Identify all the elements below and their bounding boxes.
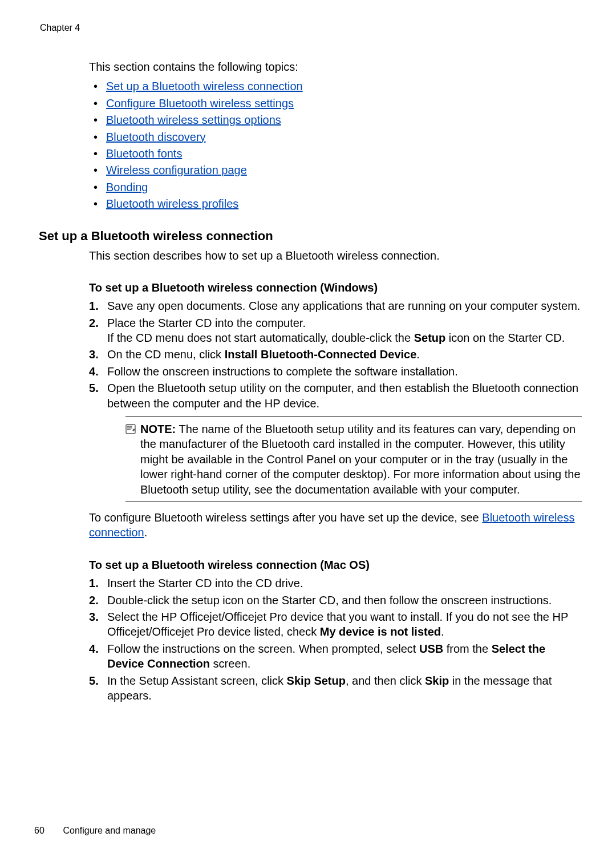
step-text: screen.	[210, 657, 250, 670]
step-text: from the	[443, 642, 491, 655]
step: Save any open documents. Close any appli…	[89, 298, 582, 313]
toc-link[interactable]: Bluetooth fonts	[106, 147, 182, 160]
toc-list: Set up a Bluetooth wireless connection C…	[89, 79, 582, 211]
toc-link[interactable]: Configure Bluetooth wireless settings	[106, 97, 294, 110]
toc-item: Bluetooth fonts	[89, 146, 582, 161]
step-text: .	[416, 348, 420, 361]
toc-item: Bluetooth wireless profiles	[89, 196, 582, 211]
section-desc: This section describes how to set up a B…	[89, 248, 582, 263]
step: In the Setup Assistant screen, click Ski…	[89, 673, 582, 704]
toc-item: Bonding	[89, 180, 582, 195]
mac-subheading: To set up a Bluetooth wireless connectio…	[89, 557, 582, 572]
step-text: Follow the onscreen instructions to comp…	[107, 365, 458, 378]
bold-text: Setup	[414, 332, 446, 344]
bold-text: Skip	[425, 674, 449, 687]
text: To configure Bluetooth wireless settings…	[89, 511, 482, 524]
step: On the CD menu, click Install Bluetooth-…	[89, 347, 582, 362]
mac-steps: Insert the Starter CD into the CD drive.…	[89, 576, 582, 703]
page: Chapter 4 This section contains the foll…	[0, 0, 616, 853]
step-text: Follow the instructions on the screen. W…	[107, 642, 419, 655]
intro-text: This section contains the following topi…	[89, 59, 582, 74]
toc-item: Bluetooth discovery	[89, 130, 582, 144]
windows-subheading: To set up a Bluetooth wireless connectio…	[89, 280, 582, 295]
step: Insert the Starter CD into the CD drive.	[89, 576, 582, 591]
bold-text: Skip Setup	[287, 674, 346, 687]
toc-link[interactable]: Bluetooth wireless profiles	[106, 197, 238, 210]
bold-text: Install Bluetooth-Connected Device	[225, 348, 417, 361]
step-text: In the Setup Assistant screen, click	[107, 674, 287, 687]
toc-item: Set up a Bluetooth wireless connection	[89, 79, 582, 94]
step-text: Double-click the setup icon on the Start…	[107, 594, 552, 607]
step: Follow the onscreen instructions to comp…	[89, 364, 582, 379]
step: Open the Bluetooth setup utility on the …	[89, 381, 582, 502]
step-text: If the CD menu does not start automatica…	[107, 332, 414, 344]
section-heading: Set up a Bluetooth wireless connection	[39, 229, 582, 244]
step: Double-click the setup icon on the Start…	[89, 593, 582, 608]
after-note: To configure Bluetooth wireless settings…	[89, 510, 582, 540]
step-text: Insert the Starter CD into the CD drive.	[107, 577, 303, 589]
note-label: NOTE:	[140, 423, 176, 435]
step: Place the Starter CD into the computer. …	[89, 316, 582, 346]
toc-link[interactable]: Bluetooth discovery	[106, 131, 206, 143]
footer-title: Configure and manage	[63, 826, 156, 835]
toc-link[interactable]: Wireless configuration page	[106, 164, 247, 176]
note-icon	[125, 423, 136, 433]
bold-text: My device is not listed	[320, 625, 441, 638]
step-text: icon on the Starter CD.	[445, 332, 565, 344]
chapter-label: Chapter 4	[40, 23, 582, 33]
bold-text: USB	[419, 642, 443, 655]
step-text: Open the Bluetooth setup utility on the …	[107, 382, 578, 409]
note-box: NOTE: The name of the Bluetooth setup ut…	[125, 417, 582, 502]
toc-item: Wireless configuration page	[89, 163, 582, 177]
step-text: , and then click	[346, 674, 425, 687]
toc-link[interactable]: Set up a Bluetooth wireless connection	[106, 80, 303, 92]
step: Follow the instructions on the screen. W…	[89, 641, 582, 672]
toc-link[interactable]: Bonding	[106, 181, 148, 193]
footer: 60 Configure and manage	[34, 826, 156, 836]
page-number: 60	[34, 826, 60, 836]
text: .	[144, 526, 148, 539]
step-text: On the CD menu, click	[107, 348, 225, 361]
toc-item: Configure Bluetooth wireless settings	[89, 96, 582, 111]
step: Select the HP Officejet/Officejet Pro de…	[89, 609, 582, 640]
toc-item: Bluetooth wireless settings options	[89, 112, 582, 127]
step-text: Save any open documents. Close any appli…	[107, 300, 580, 312]
toc-link[interactable]: Bluetooth wireless settings options	[106, 114, 281, 126]
step-text: Place the Starter CD into the computer.	[107, 317, 306, 329]
windows-steps: Save any open documents. Close any appli…	[89, 298, 582, 502]
step-text: .	[441, 625, 444, 638]
note-text: The name of the Bluetooth setup utility …	[140, 423, 581, 496]
